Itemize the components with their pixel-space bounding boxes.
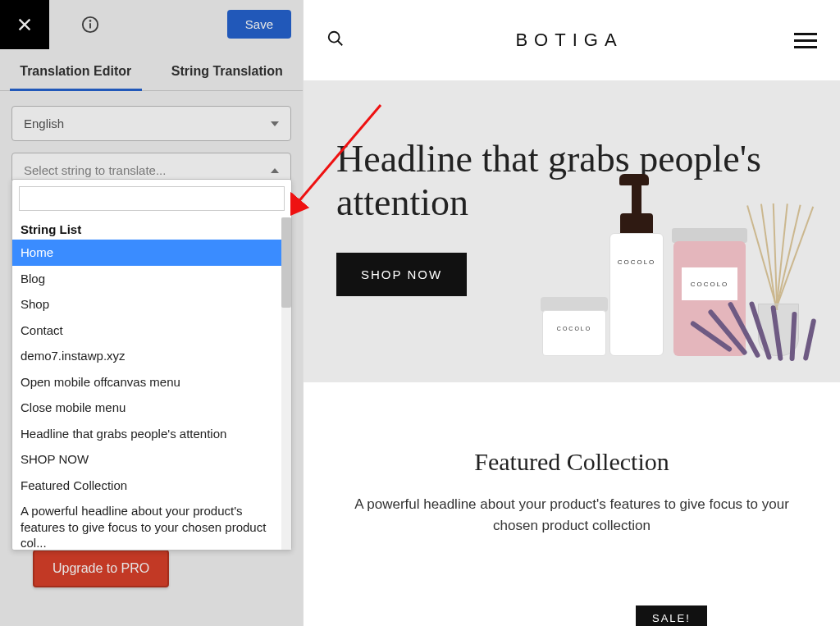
save-button[interactable]: Save: [227, 10, 291, 39]
dropdown-item[interactable]: demo7.instawp.xyz: [12, 343, 291, 369]
language-select[interactable]: English: [11, 106, 291, 141]
dropdown-search-wrap: [12, 180, 291, 217]
string-dropdown: String List HomeBlogShopContactdemo7.ins…: [11, 179, 292, 551]
info-icon: [81, 16, 99, 34]
dropdown-item[interactable]: Open mobile offcanvas menu: [12, 369, 291, 395]
tab-string-translation[interactable]: String Translation: [152, 49, 304, 90]
featured-title: Featured Collection: [336, 448, 807, 476]
site-preview: BOTIGA Headline that grabs people's atte…: [304, 0, 840, 626]
dropdown-item[interactable]: Close mobile menu: [12, 395, 291, 421]
dropdown-scrollbar[interactable]: [281, 217, 291, 550]
caret-down-icon: [271, 121, 279, 126]
dropdown-item[interactable]: A powerful headline about your product's…: [12, 498, 291, 550]
close-button[interactable]: [0, 0, 49, 49]
close-icon: [16, 16, 34, 34]
sidebar-topbar: Save: [0, 0, 303, 49]
dropdown-item[interactable]: Headline that grabs people's attention: [12, 421, 291, 447]
hero-product-pump: COCOLO: [609, 163, 664, 356]
svg-point-2: [90, 21, 91, 21]
featured-section: Featured Collection A powerful headline …: [304, 382, 840, 536]
string-select-placeholder: Select string to translate...: [24, 163, 166, 177]
upgrade-pro-button[interactable]: Upgrade to PRO: [33, 550, 169, 587]
dropdown-item[interactable]: Blog: [12, 266, 291, 292]
preview-search-button[interactable]: [326, 30, 345, 51]
hamburger-icon: [794, 33, 817, 48]
svg-point-4: [329, 32, 340, 43]
hero-product-small-jar: COCOLO: [542, 290, 606, 356]
tab-translation-editor[interactable]: Translation Editor: [0, 49, 152, 90]
dropdown-item[interactable]: Featured Collection: [12, 473, 291, 499]
hero-lavender-decor: [701, 287, 840, 361]
featured-subtitle: A powerful headline about your product's…: [336, 494, 807, 536]
dropdown-item[interactable]: Home: [12, 240, 291, 266]
hero-section: Headline that grabs people's attention S…: [304, 80, 840, 382]
sale-badge: SALE!: [636, 605, 707, 626]
dropdown-item[interactable]: SHOP NOW: [12, 446, 291, 473]
preview-header: BOTIGA: [304, 0, 840, 80]
editor-tabs: Translation Editor String Translation: [0, 49, 303, 91]
dropdown-scroll-thumb[interactable]: [281, 217, 291, 308]
menu-button[interactable]: [794, 29, 817, 53]
info-button[interactable]: [74, 16, 107, 34]
dropdown-list: HomeBlogShopContactdemo7.instawp.xyzOpen…: [12, 240, 291, 550]
dropdown-search-input[interactable]: [19, 186, 285, 211]
product-label: COCOLO: [543, 326, 605, 331]
search-icon: [326, 30, 345, 48]
hero-title: Headline that grabs people's attention: [336, 138, 807, 225]
shop-now-button[interactable]: SHOP NOW: [336, 253, 467, 296]
product-label: COCOLO: [610, 258, 663, 266]
translation-sidebar: Save Translation Editor String Translati…: [0, 0, 304, 626]
site-logo[interactable]: BOTIGA: [515, 30, 623, 51]
language-select-value: English: [24, 117, 64, 130]
caret-up-icon: [271, 168, 279, 173]
dropdown-heading: String List: [12, 217, 291, 240]
svg-line-5: [338, 41, 343, 46]
dropdown-item[interactable]: Shop: [12, 291, 291, 318]
dropdown-item[interactable]: Contact: [12, 318, 291, 344]
